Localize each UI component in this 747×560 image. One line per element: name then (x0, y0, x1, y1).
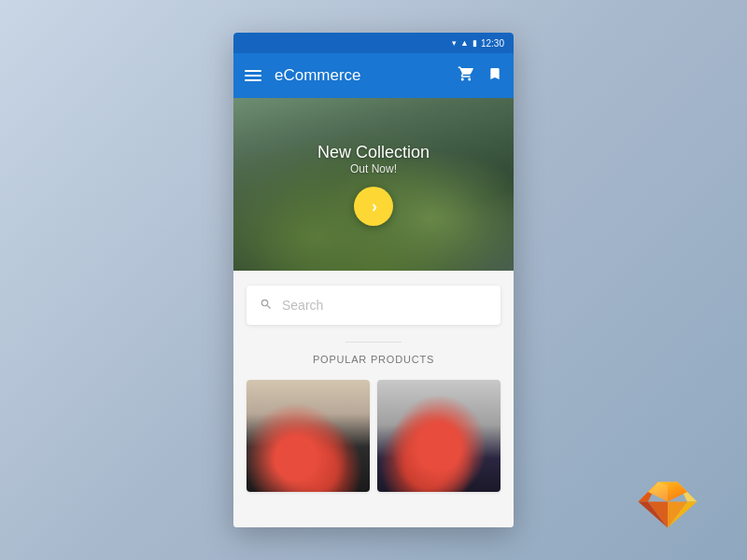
sketch-gem-icon (635, 471, 700, 532)
hero-subtitle: Out Now! (317, 162, 430, 175)
signal-icon: ▲ (460, 38, 469, 48)
hero-title: New Collection (317, 143, 430, 162)
status-bar: ▾ ▲ ▮ 12:30 (233, 33, 514, 53)
hero-cta-arrow: › (372, 197, 377, 217)
search-icon (260, 298, 273, 314)
status-time: 12:30 (481, 38, 504, 49)
app-title: eCommerce (275, 66, 444, 85)
section-header: POPULAR PRODUCTS (247, 342, 500, 367)
wifi-icon: ▾ (452, 38, 457, 48)
battery-icon: ▮ (472, 38, 477, 48)
product-image-2 (377, 380, 500, 492)
search-placeholder: Search (282, 298, 323, 313)
hamburger-menu-button[interactable] (245, 70, 261, 81)
hero-cta-button[interactable]: › (354, 187, 393, 226)
bookmark-icon[interactable] (487, 65, 502, 86)
product-card-2[interactable] (377, 380, 500, 492)
content-area: Search POPULAR PRODUCTS (233, 271, 514, 527)
section-title: POPULAR PRODUCTS (313, 354, 434, 365)
svg-marker-8 (648, 483, 668, 502)
hero-banner: New Collection Out Now! › (233, 98, 514, 271)
search-bar[interactable]: Search (247, 286, 500, 325)
product-card-1[interactable] (247, 380, 370, 492)
cart-icon[interactable] (458, 65, 474, 86)
hero-content: New Collection Out Now! (317, 143, 430, 175)
app-bar: eCommerce (233, 53, 514, 98)
product-image-1 (247, 380, 370, 492)
app-bar-actions (458, 65, 502, 86)
phone-container: ▾ ▲ ▮ 12:30 eCommerce (233, 33, 514, 527)
section-divider (345, 342, 402, 343)
products-grid (247, 380, 500, 492)
